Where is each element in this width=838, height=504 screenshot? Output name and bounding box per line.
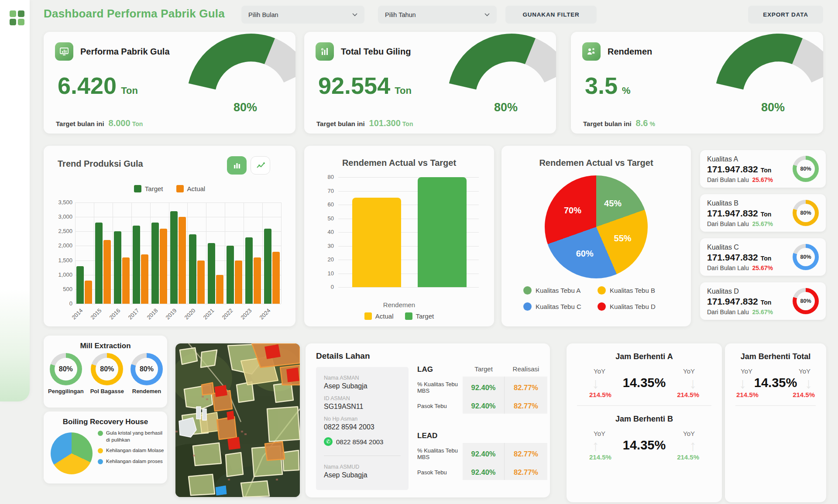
legend-item: Actual (176, 185, 206, 192)
trend-chart-title: Trend Produksi Gula (58, 159, 143, 169)
x-tick-label: 2020 (180, 304, 200, 324)
field-value: SG19ASN11 (324, 403, 401, 411)
legend-swatch (176, 185, 184, 192)
legend-label: Target (145, 185, 163, 192)
jam-pct-row: 214.5%214.5% (725, 390, 826, 398)
asmud-value: Asep Subagja (324, 471, 401, 479)
bar-actual (352, 198, 401, 287)
boiling-recovery-card: Boiling Recovery House Gula kristal yang… (44, 411, 167, 483)
bar-target-2014 (76, 266, 84, 304)
field-value: Asep Subagja (324, 382, 401, 390)
line-chart-toggle-button[interactable] (251, 156, 270, 175)
legend-dot (98, 448, 103, 453)
peta-lahan-satellite-map[interactable] (175, 343, 300, 497)
mill-extraction-card: Mill Extraction 80%Penggilingan80%Pol Ba… (44, 336, 167, 408)
y-tick-label: 3,500 (57, 199, 72, 206)
realisasi-value: 82.77% (505, 465, 547, 480)
rendemen-bar-card: Rendemen Actual vs Target 01020304050607… (304, 146, 494, 326)
trend-legend: TargetActual (44, 185, 295, 192)
rendemen-bar-legend: ActualTarget (304, 312, 494, 320)
month-filter-select[interactable]: Pilih Bulan (241, 6, 364, 24)
quality-donut-wrap: 80% (793, 156, 819, 182)
gauge-percent-label: 80% (234, 101, 257, 114)
pie-slice-label: 55% (614, 233, 632, 243)
rendemen-bar-title: Rendemen Actual vs Target (304, 158, 494, 168)
details-lahan-card: Details Lahan Nama ASMANAsep SubagjaID A… (306, 343, 550, 497)
gridline (75, 202, 281, 203)
jam-yoy-row: YoYYoY (567, 361, 722, 375)
y-tick-label: 40 (319, 229, 334, 235)
x-tick-label: 2014 (68, 304, 87, 324)
boiling-pie (51, 432, 93, 474)
donut-hole: 80% (55, 358, 77, 381)
mill-donut-pol-bagasse: 80%Pol Bagasse (90, 353, 124, 394)
bar-chart-toggle-button[interactable] (227, 156, 247, 175)
gridline (94, 202, 94, 304)
x-tick-label: 2017 (124, 304, 144, 324)
legend-dot (523, 302, 532, 311)
pie-legend-item: Kualitas Tebu B (598, 286, 672, 295)
bar-target-2021 (208, 243, 215, 304)
legend-label: Kehilangan dalam Molase (106, 447, 164, 454)
legend-label: Gula kristal yang berhasil di pulihkan (106, 430, 164, 443)
col-header-realisasi: Realisasi (505, 363, 547, 377)
y-tick-label: 70 (319, 188, 334, 194)
gridline (225, 202, 225, 304)
whatsapp-icon: ✆ (324, 437, 333, 446)
table-grid: LAGTargetRealisasi% Kualitas Tebu MBS92.… (417, 363, 548, 414)
rendemen-pie-title: Rendemen Actual vs Target (501, 158, 691, 168)
x-tick-label: 2021 (199, 304, 219, 324)
gridline (113, 202, 113, 304)
col-header-target (463, 429, 505, 443)
donut-quality: 80% (793, 200, 819, 226)
x-tick-label: 2015 (86, 304, 106, 324)
legend-item: Target (405, 312, 434, 320)
table-title: LAG (417, 363, 463, 377)
asman-fields: Nama ASMANAsep SubagjaID ASMANSG19ASN11N… (324, 375, 401, 431)
gridline (244, 202, 244, 304)
pie-legend-item: Kualitas Tebu D (598, 302, 672, 311)
donut-hole: 80% (797, 160, 815, 178)
donut-quality: 80% (793, 244, 819, 270)
bar-actual-2015 (103, 240, 111, 304)
pie-slice-label: 45% (604, 199, 622, 209)
table-title: LEAD (417, 429, 463, 443)
pie-legend-item: Kualitas Tebu C (523, 302, 598, 311)
y-tick-label: 0 (57, 300, 72, 307)
y-tick-label: 50 (319, 215, 334, 222)
lag-table: LAGTargetRealisasi% Kualitas Tebu MBS92.… (417, 363, 548, 414)
bar-target-2023 (245, 237, 253, 304)
jam-value-row: ↓14.35%↓ (725, 375, 826, 390)
line-chart-icon (256, 161, 265, 170)
gridline (75, 202, 76, 304)
boiling-legend: Gula kristal yang berhasil di pulihkanKe… (98, 430, 164, 465)
year-filter-select[interactable]: Pilih Tahun (378, 6, 497, 24)
gauge-percent-label: 80% (494, 101, 518, 114)
export-data-button[interactable]: EXPORT DATA (748, 6, 823, 24)
pie-legend-item: Kualitas Tebu A (523, 286, 598, 295)
details-lahan-title: Details Lahan (316, 351, 370, 361)
gauge-arc (304, 32, 556, 134)
rendemen-bar-plot: 01020304050607080 (319, 175, 485, 297)
y-tick-label: 2,000 (57, 242, 72, 249)
mill-donuts: 80%Penggilingan80%Pol Bagasse80%Rendemen (48, 353, 163, 394)
x-tick-label: 2019 (161, 304, 181, 324)
gridline (131, 202, 132, 304)
legend-swatch (405, 312, 412, 320)
whatsapp-contact-link[interactable]: ✆ 0822 8594 2003 (324, 437, 401, 446)
mill-donut-penggilingan: 80%Penggilingan (48, 353, 84, 394)
rendemen-pie-legend: Kualitas Tebu AKualitas Tebu BKualitas T… (523, 286, 672, 311)
row-label: Pasok Tebu (417, 398, 463, 414)
bar-target-2015 (95, 223, 103, 304)
boiling-legend-item: Kehilangan dalam Molase (98, 447, 164, 454)
apply-filter-button[interactable]: GUNAKAN FILTER (505, 6, 597, 24)
donut-mill: 80% (91, 353, 123, 385)
donut-hole: 80% (135, 358, 158, 381)
grid-dot (18, 10, 24, 17)
menu-grid-icon[interactable] (10, 10, 24, 25)
gridline (187, 202, 188, 304)
trend-arrow-down-icon: ↓ (689, 377, 697, 390)
pie-slice-label: 60% (576, 248, 594, 258)
legend-label: Target (416, 312, 434, 320)
year-filter-label: Pilih Tahun (385, 11, 416, 18)
